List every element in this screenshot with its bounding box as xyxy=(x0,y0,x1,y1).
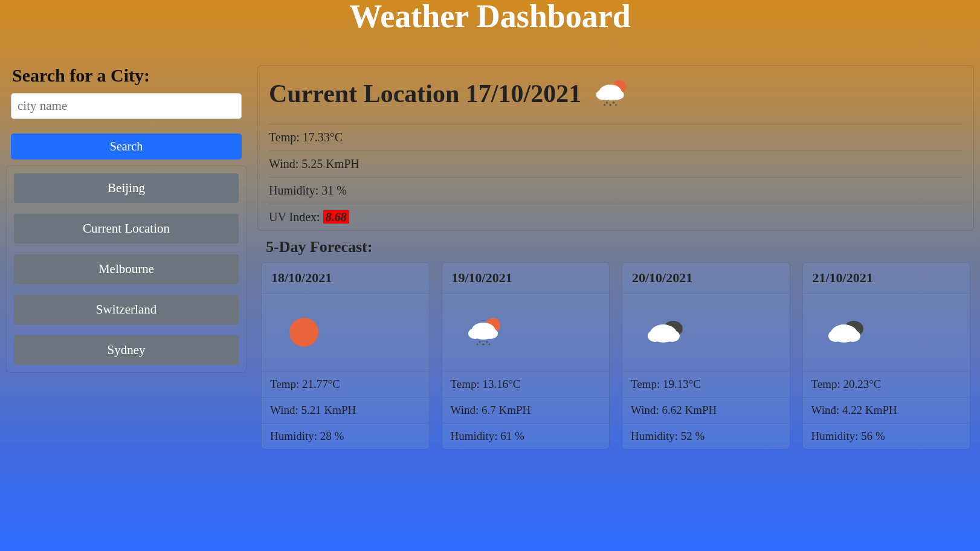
forecast-card: 20/10/2021 Temp: 19.13°C Wind: 6.62 KmPH… xyxy=(622,262,790,450)
sun-icon xyxy=(262,294,429,371)
forecast-wind: Wind: 4.22 KmPH xyxy=(803,397,970,423)
forecast-wind: Wind: 6.7 KmPH xyxy=(442,397,610,423)
current-weather-card: Current Location 17/10/2021 Temp: 17.33°… xyxy=(257,65,974,231)
search-heading: Search for a City: xyxy=(12,65,240,86)
forecast-title: 5-Day Forecast: xyxy=(266,238,974,256)
current-humidity: Humidity: 31 % xyxy=(269,177,962,204)
search-button[interactable]: Search xyxy=(11,134,242,160)
forecast-temp: Temp: 21.77°C xyxy=(262,371,429,397)
forecast-card: 21/10/2021 Temp: 20.23°C Wind: 4.22 KmPH… xyxy=(802,262,971,450)
cloudy-icon xyxy=(622,294,790,371)
forecast-humidity: Humidity: 52 % xyxy=(622,423,790,449)
forecast-humidity: Humidity: 61 % xyxy=(442,423,610,449)
forecast-wind: Wind: 5.21 KmPH xyxy=(262,397,429,423)
rain-sun-icon xyxy=(593,76,630,112)
sidebar: Search for a City: Search Beijing Curren… xyxy=(6,65,247,450)
forecast-temp: Temp: 20.23°C xyxy=(803,371,970,397)
cloudy-icon xyxy=(803,294,970,371)
forecast-date: 21/10/2021 xyxy=(803,263,970,294)
history-item[interactable]: Current Location xyxy=(14,214,239,243)
rain-sun-icon xyxy=(442,294,610,371)
history-item[interactable]: Switzerland xyxy=(14,295,239,324)
forecast-date: 19/10/2021 xyxy=(442,263,610,294)
forecast-humidity: Humidity: 28 % xyxy=(262,423,429,449)
forecast-wind: Wind: 6.62 KmPH xyxy=(622,397,790,423)
history-item[interactable]: Beijing xyxy=(14,173,239,203)
history-item[interactable]: Melbourne xyxy=(14,254,239,284)
current-heading: Current Location 17/10/2021 xyxy=(269,79,581,108)
current-temp: Temp: 17.33°C xyxy=(269,124,962,150)
current-wind: Wind: 5.25 KmPH xyxy=(269,150,962,177)
forecast-humidity: Humidity: 56 % xyxy=(803,423,970,449)
page-title: Weather Dashboard xyxy=(0,0,980,35)
search-input[interactable] xyxy=(11,93,242,119)
forecast-row: 18/10/2021 Temp: 21.77°C Wind: 5.21 KmPH… xyxy=(257,262,974,450)
main-content: Current Location 17/10/2021 Temp: 17.33°… xyxy=(257,65,974,450)
forecast-card: 18/10/2021 Temp: 21.77°C Wind: 5.21 KmPH… xyxy=(261,262,430,450)
forecast-temp: Temp: 19.13°C xyxy=(622,371,790,397)
uv-badge: 8.68 xyxy=(323,210,349,224)
forecast-date: 20/10/2021 xyxy=(622,263,790,294)
current-uv: UV Index: 8.68 xyxy=(269,204,962,230)
uv-label: UV Index: xyxy=(269,210,323,224)
forecast-card: 19/10/2021 Temp: 13.16°C Wind: 6.7 KmPH … xyxy=(442,262,610,450)
history-list: Beijing Current Location Melbourne Switz… xyxy=(6,166,247,373)
forecast-date: 18/10/2021 xyxy=(262,263,429,294)
forecast-temp: Temp: 13.16°C xyxy=(442,371,610,397)
history-item[interactable]: Sydney xyxy=(14,335,239,365)
